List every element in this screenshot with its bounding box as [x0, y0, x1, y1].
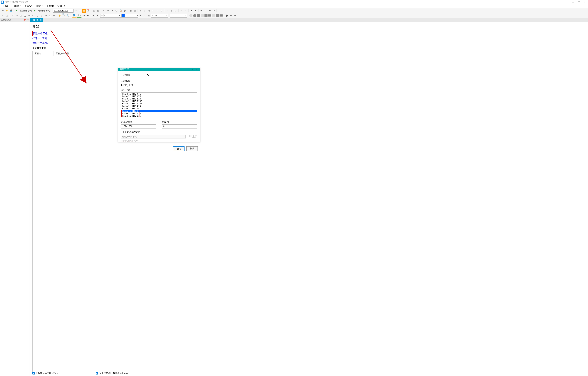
platform-option[interactable]: Haiwell HMI D15	[121, 115, 197, 117]
line-style-icon[interactable]: ≡	[82, 14, 86, 18]
menu-edit[interactable]: 编辑(E)	[12, 4, 23, 8]
grid2-icon[interactable]: ▦	[133, 9, 137, 13]
project-name-input[interactable]	[121, 84, 197, 87]
ellipse-icon[interactable]: ◯	[23, 14, 27, 18]
delete-icon[interactable]: 🗑	[123, 9, 127, 13]
polygon-icon[interactable]: ⬠	[32, 14, 35, 18]
rotate-r-icon[interactable]: ⟳	[212, 9, 216, 13]
zoom-out-icon[interactable]: 🔍-	[66, 14, 70, 18]
angle-combo[interactable]: 0⌄	[162, 124, 197, 128]
polyline-icon[interactable]: 〰	[27, 14, 31, 18]
show-password-checkbox[interactable]	[189, 135, 192, 137]
cancel-button[interactable]: 取消	[186, 146, 198, 151]
grid1-icon[interactable]: ▦	[129, 9, 132, 13]
password-input[interactable]	[121, 135, 186, 138]
arrow-start-icon[interactable]: ←	[90, 14, 94, 18]
platform-option[interactable]: Haiwell HMI C7H	[121, 95, 197, 98]
fill-color-icon[interactable]: 🪣	[72, 14, 77, 18]
ip-input[interactable]	[53, 9, 74, 13]
align-t-icon[interactable]: ⫯	[151, 9, 155, 13]
save-icon[interactable]: 💾	[9, 9, 13, 13]
resolution-combo[interactable]: 1024x600⌄	[121, 124, 156, 128]
rotate-l-icon[interactable]: ⟲	[208, 9, 212, 13]
redo-icon[interactable]: ↷	[106, 9, 110, 13]
tab-close-icon[interactable]: ✕	[40, 19, 42, 21]
calendar-icon[interactable]: 📅	[86, 9, 90, 13]
send-back-icon[interactable]: ⬇	[193, 9, 197, 13]
platform-option[interactable]: Haiwell HMI D10	[121, 112, 197, 115]
globe-icon[interactable]: ⊕	[229, 14, 233, 18]
tab-start-page[interactable]: 起始页 ✕	[30, 18, 43, 22]
platform-option[interactable]: Haiwell HMI C15	[121, 105, 197, 107]
align-c-icon[interactable]: ⫶	[143, 9, 147, 13]
empty-password-checkbox[interactable]	[121, 140, 124, 142]
screen-icon[interactable]: ▦	[82, 9, 86, 13]
new-project-link[interactable]: 新建一个工程...	[32, 31, 585, 36]
align-b-icon[interactable]: ⫰	[160, 9, 163, 13]
minimize-button[interactable]: —	[572, 0, 574, 4]
settings2-icon[interactable]: ⚙	[233, 14, 237, 18]
online-sim-label[interactable]: 在线模拟(F5)	[19, 9, 32, 12]
menu-tools[interactable]: 工具(T)	[45, 4, 55, 8]
text-icon[interactable]: A	[48, 14, 52, 18]
align-left-icon[interactable]: ▤	[92, 9, 96, 13]
close-button[interactable]: ✕	[583, 0, 586, 4]
swatch-8[interactable]	[216, 14, 219, 17]
rect-icon[interactable]: ▭	[15, 14, 19, 18]
dist-v-icon[interactable]: ⇳	[183, 9, 187, 13]
cut-icon[interactable]: ✂	[110, 9, 114, 13]
new-icon[interactable]: ▭	[1, 9, 5, 13]
run-project-link[interactable]: 运行一个工程...	[32, 41, 585, 45]
dialog-titlebar[interactable]: 新建工程 ? ✕	[118, 68, 200, 71]
same-size-icon[interactable]: ⬚	[174, 9, 177, 13]
swatch-5[interactable]	[204, 14, 207, 17]
auto-show-checkbox[interactable]	[96, 372, 98, 375]
same-height-icon[interactable]: ↕	[170, 9, 173, 13]
zoom-in-icon[interactable]: 🔍+	[62, 14, 66, 18]
align-l-icon[interactable]: ⫸	[139, 9, 142, 13]
line-width-icon[interactable]: ━	[86, 14, 90, 18]
pie-icon[interactable]: ◔	[40, 14, 43, 18]
panel-close-icon[interactable]: ✕	[27, 19, 29, 21]
open-icon[interactable]: 📂	[5, 9, 9, 13]
ip-dropdown[interactable]	[74, 9, 78, 13]
platform-option[interactable]: Haiwell HMI C7S	[121, 93, 197, 95]
font-family-combo[interactable]: 宋体▾	[100, 14, 121, 18]
paste-icon[interactable]: 📋	[119, 9, 122, 13]
swatch-7[interactable]	[212, 14, 215, 17]
pan-icon[interactable]: ✋	[58, 14, 62, 18]
swatch-9[interactable]	[220, 14, 223, 17]
line-icon[interactable]: ╱	[11, 14, 14, 18]
italic-icon[interactable]: I	[143, 14, 147, 18]
maximize-button[interactable]: ▢	[578, 0, 580, 4]
swatch-1[interactable]	[189, 14, 192, 17]
swatch-4[interactable]	[201, 14, 204, 17]
copy-icon[interactable]: ⿻	[115, 9, 118, 13]
arc-icon[interactable]: ◡	[36, 14, 39, 18]
menu-help[interactable]: 帮助(H)	[56, 4, 66, 8]
same-width-icon[interactable]: ↔	[165, 9, 169, 13]
ok-button[interactable]: 确定	[173, 146, 184, 151]
underline-icon[interactable]: U	[147, 14, 151, 18]
flip-v-icon[interactable]: ⇵	[203, 9, 207, 13]
align-right-icon[interactable]: ▥	[96, 9, 100, 13]
platform-option[interactable]: Haiwell HMI D4	[121, 107, 197, 110]
bezier-icon[interactable]: ∿	[44, 14, 48, 18]
panel-pin-icon[interactable]: 📌	[23, 19, 26, 21]
pointer-icon[interactable]: ↖	[1, 14, 5, 18]
menu-debug[interactable]: 调试(D)	[34, 4, 45, 8]
lan-access-checkbox[interactable]	[121, 131, 124, 133]
download-icon[interactable]: ⬇	[78, 9, 82, 13]
platform-option[interactable]: Haiwell HMI D7	[121, 110, 197, 112]
open-project-link[interactable]: 打开一个工程...	[32, 36, 585, 41]
play-offline-icon[interactable]: ▶	[33, 9, 37, 13]
flip-h-icon[interactable]: ⇋	[199, 9, 203, 13]
bring-front-icon[interactable]: ⬆	[189, 9, 193, 13]
dialog-close-icon[interactable]: ✕	[194, 68, 198, 71]
platform-option[interactable]: Haiwell HMI B10S	[121, 100, 197, 103]
lock-icon[interactable]: ⬤	[225, 14, 229, 18]
arrow-end-icon[interactable]: →	[95, 14, 98, 18]
swatch-2[interactable]	[193, 14, 196, 17]
platform-option[interactable]: Haiwell HMI C10S	[121, 103, 197, 105]
bold-icon[interactable]: B	[139, 14, 142, 18]
